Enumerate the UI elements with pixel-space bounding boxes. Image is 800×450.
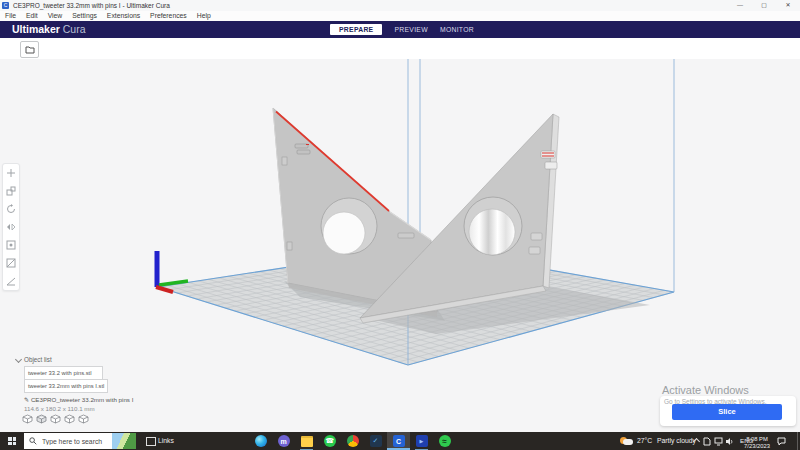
axis-z-blue [155,251,160,287]
configuration-toolbar: Creality Ender-3 Pro 1 eSUN Grey PETG 0.… [0,38,800,60]
object-list-item[interactable]: tweeter 33.2 with pins.stl [24,366,103,380]
window-title: CE3PRO_tweeter 33.2mm with pins I - Ulti… [13,0,170,11]
taskbar-green-app-icon[interactable]: ≈ [433,432,456,450]
taskbar-search-box[interactable] [24,433,136,449]
taskbar-m-app-icon[interactable]: m [272,432,295,450]
close-button[interactable]: ✕ [776,0,800,11]
open-file-button[interactable] [20,41,39,58]
per-model-settings-tool[interactable] [3,236,19,254]
taskbar-cura-icon[interactable]: C [387,432,410,450]
windows-logo-icon [8,437,16,445]
view-left-icon[interactable] [64,414,75,424]
taskbar-clock[interactable]: 8:08 PM 7/23/2023 [742,434,772,450]
object-list-header[interactable]: Object list [16,356,52,363]
menu-settings[interactable]: Settings [67,11,102,21]
slice-button[interactable]: Slice [672,404,782,420]
tab-prepare[interactable]: PREPARE [330,24,382,35]
measure-tool[interactable] [3,272,19,290]
menu-preferences[interactable]: Preferences [145,11,192,21]
links-toolbar-icon [146,437,156,446]
taskbar-edge-icon[interactable] [249,432,272,450]
tab-monitor[interactable]: MONITOR [440,26,474,33]
menu-help[interactable]: Help [192,11,216,21]
weather-icon [620,436,634,446]
project-name: CE3PRO_tweeter 33.2mm with pins I [31,396,133,403]
view-front-icon[interactable] [36,414,47,424]
view-right-icon[interactable] [78,414,89,424]
search-icon [29,437,37,445]
menu-extensions[interactable]: Extensions [102,11,145,21]
app-header: Ultimaker Cura PREPARE PREVIEW MONITOR M… [0,21,800,38]
support-blocker-tool[interactable] [3,254,19,272]
through-hole [323,212,365,254]
stage-tabs: PREPARE PREVIEW MONITOR [330,21,474,38]
viewport-3d[interactable] [0,59,800,432]
app-logo: Ultimaker Cura [12,21,86,38]
move-tool[interactable] [3,164,19,182]
taskbar-whatsapp-icon[interactable]: ☎ [318,432,341,450]
display-icon[interactable] [714,437,723,446]
cura-window-icon: C [2,2,9,9]
taskbar-chrome-icon[interactable] [341,432,364,450]
support-blocker-icon [6,258,16,268]
model-dimensions: 114.6 x 180.2 x 110.1 mm [24,405,95,412]
taskbar-media-app-icon[interactable]: ▶ [410,432,433,450]
weather-condition[interactable]: Partly cloudy [657,432,696,450]
search-input[interactable] [40,437,112,446]
clock-time: 8:08 PM [742,436,772,443]
move-tool-icon [6,168,16,178]
folder-icon [25,45,35,54]
minimize-button[interactable]: — [728,0,752,11]
taskbar-check-app-icon[interactable]: ✓ [364,432,387,450]
taskbar-file-explorer-icon[interactable] [295,432,318,450]
through-hole [469,209,515,255]
view-top-icon[interactable] [50,414,61,424]
activate-windows-watermark: Activate Windows [662,384,749,396]
volume-icon[interactable] [725,437,734,446]
object-file-name: tweeter 33.2mm with pins I.stl [28,383,104,389]
brand-cura: Cura [63,23,86,35]
scale-tool-icon [6,186,16,196]
camera-view-buttons [22,414,89,424]
clock-date: 7/23/2023 [742,443,772,450]
measure-tool-icon [6,276,16,286]
mirror-tool[interactable] [3,218,19,236]
links-toolbar-label[interactable]: Links [158,432,174,450]
search-highlight-image[interactable] [112,433,136,449]
menu-view[interactable]: View [43,11,68,21]
mirror-tool-icon [6,222,16,232]
rotate-tool-icon [6,204,16,214]
action-center-icon[interactable] [777,437,786,446]
brand-ultimaker: Ultimaker [12,23,60,35]
maximize-button[interactable]: ▢ [752,0,776,11]
scale-tool[interactable] [3,182,19,200]
chevron-down-icon [15,356,22,363]
taskbar-apps: m ☎ ✓ C ▶ ≈ [249,432,456,450]
per-model-settings-icon [6,240,16,250]
menu-file[interactable]: File [0,11,21,21]
object-list-item[interactable]: tweeter 33.2mm with pins I.stl [24,379,108,393]
object-list-label: Object list [24,356,52,363]
tab-preview[interactable]: PREVIEW [394,26,427,33]
start-button[interactable] [0,432,24,450]
menu-edit[interactable]: Edit [21,11,43,21]
scene-canvas [0,59,800,432]
view-3d-icon[interactable] [22,414,33,424]
rotate-tool[interactable] [3,200,19,218]
object-file-name: tweeter 33.2 with pins.stl [28,370,91,376]
weather-temperature[interactable]: 27°C [637,432,652,450]
onedrive-status-icon[interactable] [703,437,711,446]
tool-panel [2,163,20,291]
project-name-row[interactable]: ✎ CE3PRO_tweeter 33.2mm with pins I [24,396,133,403]
rename-pencil-icon: ✎ [24,396,31,403]
